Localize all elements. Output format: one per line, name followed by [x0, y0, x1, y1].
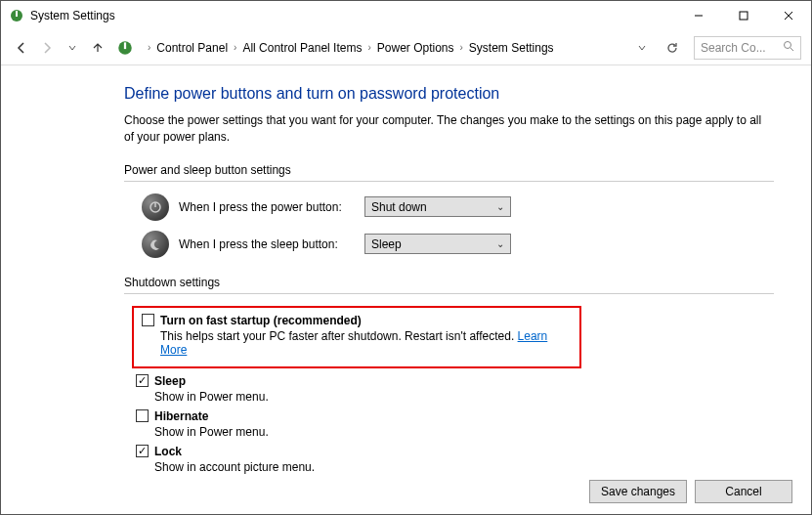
breadcrumb-item[interactable]: All Control Panel Items — [242, 41, 362, 55]
svg-rect-3 — [740, 12, 748, 20]
svg-rect-1 — [16, 11, 18, 17]
highlighted-option: Turn on fast startup (recommended) This … — [132, 306, 581, 368]
power-button-value: Shut down — [371, 200, 427, 214]
svg-rect-7 — [124, 42, 126, 49]
breadcrumb-item[interactable]: Control Panel — [156, 41, 228, 55]
close-button[interactable] — [766, 1, 811, 30]
breadcrumb-icon — [116, 39, 134, 57]
sleep-title: Sleep — [154, 374, 186, 388]
maximize-button[interactable] — [721, 1, 766, 30]
sleep-button-label: When I press the sleep button: — [179, 237, 364, 251]
search-input[interactable]: Search Co... — [694, 36, 801, 60]
window-title: System Settings — [30, 9, 676, 22]
section-shutdown-label: Shutdown settings — [124, 276, 774, 289]
hibernate-sub: Show in Power menu. — [154, 425, 774, 439]
chevron-down-icon: ⌄ — [496, 201, 504, 212]
app-icon — [9, 8, 24, 23]
sleep-sub: Show in Power menu. — [154, 390, 774, 404]
address-dropdown-icon[interactable] — [631, 37, 653, 59]
lock-sub: Show in account picture menu. — [154, 460, 774, 474]
page-heading: Define power buttons and turn on passwor… — [124, 85, 774, 103]
cancel-button[interactable]: Cancel — [695, 480, 792, 503]
sleep-button-value: Sleep — [371, 237, 402, 251]
breadcrumb-item[interactable]: Power Options — [377, 41, 454, 55]
page-description: Choose the power settings that you want … — [124, 112, 774, 146]
forward-button[interactable] — [36, 37, 58, 59]
save-button[interactable]: Save changes — [589, 480, 687, 503]
chevron-right-icon: › — [460, 42, 463, 53]
lock-checkbox[interactable] — [136, 445, 149, 457]
search-placeholder: Search Co... — [701, 41, 766, 55]
fast-startup-checkbox[interactable] — [142, 314, 154, 326]
refresh-button[interactable] — [662, 38, 682, 58]
search-icon — [783, 40, 794, 55]
chevron-right-icon: › — [148, 42, 150, 53]
divider — [124, 293, 774, 294]
fast-startup-sub: This helps start your PC faster after sh… — [160, 329, 572, 357]
breadcrumb: › Control Panel › All Control Panel Item… — [142, 41, 627, 55]
power-button-select[interactable]: Shut down ⌄ — [364, 196, 511, 217]
hibernate-title: Hibernate — [154, 409, 208, 423]
minimize-button[interactable] — [676, 1, 721, 30]
fast-startup-title: Turn on fast startup (recommended) — [160, 314, 362, 327]
chevron-right-icon: › — [234, 42, 236, 53]
sleep-button-select[interactable]: Sleep ⌄ — [364, 234, 511, 254]
section-power-sleep-label: Power and sleep button settings — [124, 163, 774, 177]
back-button[interactable] — [11, 37, 32, 59]
power-button-label: When I press the power button: — [179, 200, 364, 214]
divider — [124, 181, 774, 182]
power-icon — [142, 193, 169, 221]
recent-dropdown-icon[interactable] — [62, 37, 83, 59]
chevron-right-icon: › — [367, 42, 370, 53]
up-button[interactable] — [87, 37, 108, 59]
sleep-checkbox[interactable] — [136, 374, 149, 387]
lock-title: Lock — [154, 445, 182, 458]
svg-line-9 — [791, 48, 793, 51]
sleep-icon — [142, 231, 169, 258]
breadcrumb-item[interactable]: System Settings — [469, 41, 554, 55]
hibernate-checkbox[interactable] — [136, 409, 149, 422]
svg-point-8 — [785, 42, 791, 49]
chevron-down-icon: ⌄ — [496, 238, 504, 249]
